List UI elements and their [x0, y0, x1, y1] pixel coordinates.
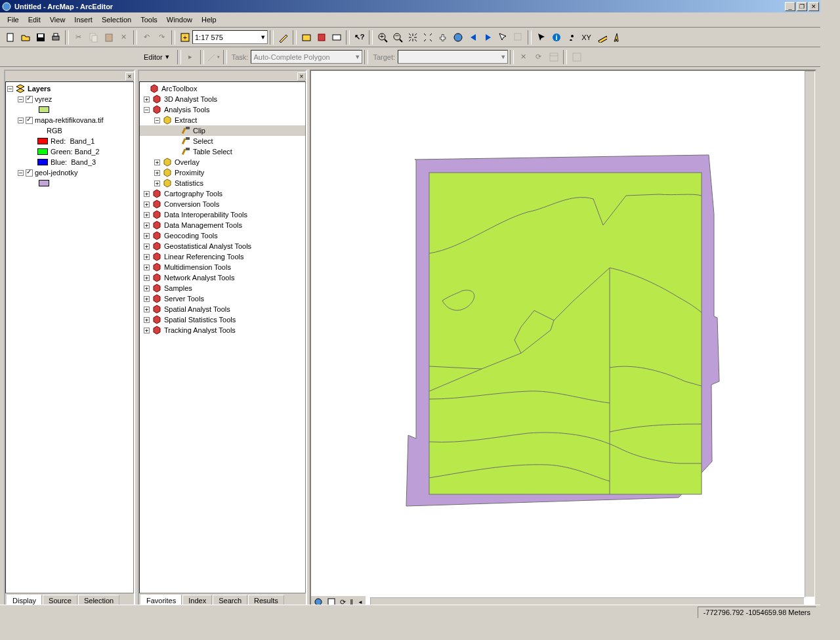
- split-button[interactable]: ✕: [516, 50, 531, 64]
- collapse-icon[interactable]: −: [18, 170, 24, 176]
- toolbox-item[interactable]: +Data Interoperability Tools: [140, 209, 305, 220]
- clear-selection-button[interactable]: [511, 30, 526, 45]
- open-button[interactable]: [18, 30, 33, 45]
- expand-icon[interactable]: +: [154, 170, 160, 176]
- delete-button[interactable]: ✕: [116, 30, 131, 45]
- expand-icon[interactable]: +: [144, 202, 150, 207]
- fixed-zoom-out-button[interactable]: [420, 30, 435, 45]
- toolbox-item[interactable]: +Statistics: [140, 178, 305, 188]
- edit-tool-button[interactable]: ▸: [183, 50, 198, 64]
- full-extent-button[interactable]: [450, 30, 465, 45]
- goto-xy-button[interactable]: XY: [579, 30, 594, 45]
- toolbox-item[interactable]: +Geocoding Tools: [140, 230, 305, 241]
- find-button[interactable]: [564, 30, 579, 45]
- layer-swatch[interactable]: [39, 106, 49, 113]
- layer-checkbox[interactable]: [26, 169, 33, 177]
- expand-icon[interactable]: +: [144, 223, 150, 228]
- cut-button[interactable]: ✂: [71, 30, 86, 45]
- whats-this-button[interactable]: ↖?: [352, 30, 367, 45]
- map-view[interactable]: ⟳ ‖ ◄: [310, 70, 816, 609]
- expand-icon[interactable]: +: [144, 233, 150, 239]
- toolbox-item[interactable]: +Overlay: [140, 157, 305, 167]
- menu-tools[interactable]: Tools: [136, 14, 162, 25]
- toolbox-item[interactable]: +Spatial Statistics Tools: [140, 314, 305, 325]
- arctoolbox-button[interactable]: [314, 30, 329, 45]
- minimize-button[interactable]: _: [785, 2, 795, 11]
- expand-icon[interactable]: +: [144, 244, 150, 249]
- layer-name[interactable]: vyrez: [35, 95, 52, 103]
- arccatalog-button[interactable]: [299, 30, 314, 45]
- expand-icon[interactable]: +: [144, 286, 150, 291]
- select-elements-button[interactable]: [534, 30, 549, 45]
- toolbox-item[interactable]: +Network Analyst Tools: [140, 272, 305, 283]
- layer-name[interactable]: mapa-rektifikovana.tif: [35, 116, 104, 124]
- toolbox-item[interactable]: Select: [140, 136, 305, 146]
- toolbox-tree[interactable]: ArcToolbox+3D Analyst Tools−Analysis Too…: [139, 81, 306, 593]
- menu-help[interactable]: Help: [197, 14, 221, 25]
- sketch-tool-button[interactable]: ▾: [206, 50, 221, 64]
- expand-icon[interactable]: +: [144, 275, 150, 281]
- menu-file[interactable]: File: [3, 14, 24, 25]
- toolbox-item[interactable]: +Cartography Tools: [140, 188, 305, 199]
- expand-icon[interactable]: +: [144, 328, 150, 333]
- menu-view[interactable]: View: [45, 14, 70, 25]
- map-canvas[interactable]: [311, 71, 810, 596]
- toolbox-close-button[interactable]: ×: [297, 72, 306, 81]
- expand-icon[interactable]: −: [144, 107, 150, 113]
- expand-icon[interactable]: +: [144, 296, 150, 302]
- command-line-button[interactable]: [329, 30, 344, 45]
- editor-toolbar-button[interactable]: [276, 30, 291, 45]
- toolbox-item[interactable]: +Conversion Tools: [140, 199, 305, 209]
- save-button[interactable]: [33, 30, 48, 45]
- expand-icon[interactable]: −: [154, 117, 160, 123]
- menu-window[interactable]: Window: [162, 14, 197, 25]
- select-features-button[interactable]: [495, 30, 511, 45]
- task-combo[interactable]: Auto-Complete Polygon▾: [251, 50, 362, 64]
- expand-icon[interactable]: +: [144, 254, 150, 260]
- toolbox-item[interactable]: +Multidimension Tools: [140, 262, 305, 272]
- zoom-out-button[interactable]: −: [390, 30, 405, 45]
- rotate-button[interactable]: ⟳: [531, 50, 546, 64]
- toolbox-item[interactable]: +Proximity: [140, 167, 305, 178]
- editor-menu[interactable]: Editor ▾: [138, 51, 175, 63]
- menu-insert[interactable]: Insert: [70, 14, 97, 25]
- toolbox-item[interactable]: +Samples: [140, 283, 305, 293]
- copy-button[interactable]: [86, 30, 101, 45]
- add-data-button[interactable]: +: [177, 30, 192, 45]
- expand-icon[interactable]: +: [144, 265, 150, 270]
- collapse-icon[interactable]: −: [18, 117, 24, 123]
- layer-checkbox[interactable]: [26, 117, 33, 124]
- target-combo[interactable]: ▾: [398, 50, 508, 64]
- pan-button[interactable]: [435, 30, 450, 45]
- close-button[interactable]: ✕: [808, 2, 819, 11]
- prev-extent-button[interactable]: [465, 30, 480, 45]
- toolbox-item[interactable]: +3D Analyst Tools: [140, 94, 305, 104]
- toolbox-item[interactable]: +Geostatistical Analyst Tools: [140, 241, 305, 251]
- attributes-button[interactable]: [546, 50, 561, 64]
- zoom-in-button[interactable]: +: [375, 30, 390, 45]
- identify-button[interactable]: i: [549, 30, 564, 45]
- sketch-props-button[interactable]: [569, 50, 584, 64]
- menu-edit[interactable]: Edit: [24, 14, 45, 25]
- undo-button[interactable]: ↶: [139, 30, 154, 45]
- toc-tree[interactable]: −Layers −vyrez −mapa-rektifikovana.tif R…: [5, 81, 134, 593]
- toolbox-item[interactable]: +Data Management Tools: [140, 220, 305, 230]
- paste-button[interactable]: [101, 30, 116, 45]
- toolbox-item[interactable]: −Analysis Tools: [140, 104, 305, 115]
- menu-selection[interactable]: Selection: [97, 14, 136, 25]
- toolbox-item[interactable]: Table Select: [140, 146, 305, 157]
- layer-swatch[interactable]: [39, 180, 49, 186]
- fixed-zoom-in-button[interactable]: [405, 30, 420, 45]
- toolbox-item[interactable]: +Spatial Analyst Tools: [140, 304, 305, 314]
- redo-button[interactable]: ↷: [154, 30, 169, 45]
- layer-name[interactable]: geol-jednotky: [35, 169, 77, 177]
- expand-icon[interactable]: +: [154, 181, 160, 186]
- measure-button[interactable]: [594, 30, 609, 45]
- expand-icon[interactable]: +: [144, 191, 150, 197]
- toolbox-item[interactable]: +Tracking Analyst Tools: [140, 325, 305, 335]
- expand-icon[interactable]: +: [144, 96, 150, 102]
- restore-button[interactable]: ❐: [797, 2, 807, 11]
- expand-icon[interactable]: +: [144, 317, 150, 323]
- scale-combo[interactable]: 1:17 575▾: [192, 30, 268, 44]
- toolbox-item[interactable]: Clip: [140, 125, 305, 136]
